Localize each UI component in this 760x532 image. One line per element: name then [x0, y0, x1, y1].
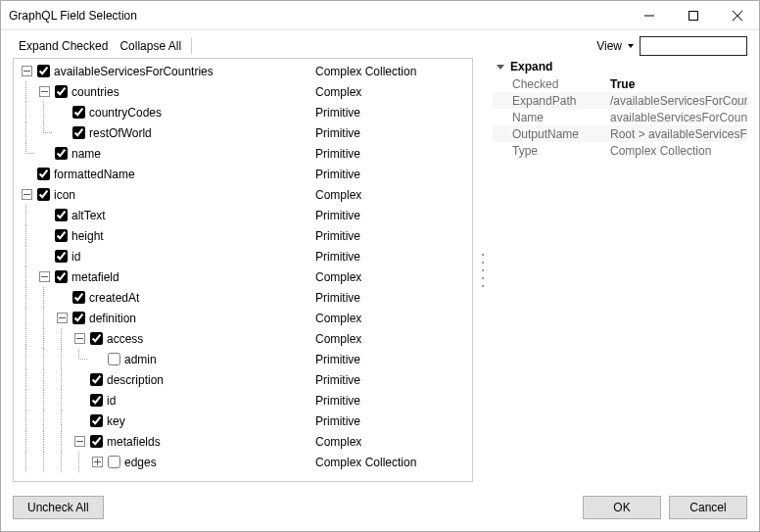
collapse-icon[interactable] [57, 313, 68, 323]
tree-row[interactable]: iconComplex [18, 184, 472, 205]
tree-row[interactable]: edgesComplex Collection [18, 452, 472, 472]
tree-guide [18, 225, 35, 246]
field-checkbox[interactable] [55, 270, 68, 283]
expand-checked-button[interactable]: Expand Checked [13, 37, 114, 55]
field-label: admin [124, 353, 157, 366]
tree-row[interactable]: accessComplex [18, 328, 472, 349]
field-checkbox[interactable] [72, 291, 85, 304]
field-label: restOfWorld [89, 126, 152, 140]
property-row[interactable]: OutputNameRoot > availableServicesForCou… [493, 125, 747, 142]
field-type: Complex [315, 270, 472, 284]
field-label: description [107, 373, 164, 387]
tree-guide [35, 452, 53, 472]
field-label: createdAt [89, 291, 139, 305]
field-checkbox[interactable] [72, 312, 85, 324]
field-checkbox[interactable] [37, 65, 50, 77]
close-button[interactable] [715, 1, 759, 29]
minimize-button[interactable] [627, 1, 671, 29]
tree-row[interactable]: restOfWorldPrimitive [18, 122, 472, 143]
tree-row[interactable]: idPrimitive [18, 390, 472, 411]
tree-guide [18, 369, 35, 390]
tree-scroll[interactable]: availableServicesForCountriesComplex Col… [14, 59, 472, 481]
tree-row[interactable]: availableServicesForCountriesComplex Col… [18, 61, 472, 81]
properties-header[interactable]: Expand [493, 58, 747, 75]
collapse-icon[interactable] [22, 66, 32, 76]
field-checkbox[interactable] [90, 373, 103, 386]
field-checkbox[interactable] [55, 209, 68, 221]
svg-rect-1 [689, 11, 697, 20]
property-value: True [610, 77, 747, 91]
collapse-icon[interactable] [22, 189, 32, 200]
property-key: OutputName [493, 127, 610, 141]
field-checkbox[interactable] [108, 353, 120, 365]
field-label: access [107, 332, 143, 346]
tree-row[interactable]: createdAtPrimitive [18, 287, 472, 308]
field-type: Primitive [315, 414, 472, 428]
field-checkbox[interactable] [55, 147, 68, 160]
splitter[interactable] [481, 58, 485, 482]
field-checkbox[interactable] [90, 414, 103, 427]
field-checkbox[interactable] [72, 106, 85, 119]
field-label: id [71, 250, 80, 264]
field-checkbox[interactable] [37, 168, 50, 180]
field-checkbox[interactable] [90, 332, 103, 345]
field-type: Primitive [315, 250, 472, 264]
tree-guide [35, 390, 53, 411]
field-checkbox[interactable] [37, 188, 50, 201]
dialog-window: GraphQL Field Selection Expand Checked C… [0, 0, 760, 532]
titlebar[interactable]: GraphQL Field Selection [1, 1, 759, 30]
cancel-button[interactable]: Cancel [669, 496, 747, 519]
field-checkbox[interactable] [55, 250, 68, 263]
tree-guide [18, 102, 35, 122]
tree-guide [35, 328, 53, 349]
collapse-icon[interactable] [39, 86, 50, 97]
ok-button[interactable]: OK [583, 496, 661, 519]
tree-row[interactable]: adminPrimitive [18, 349, 472, 369]
field-type: Complex Collection [315, 456, 472, 469]
tree-row[interactable]: metafieldComplex [18, 266, 472, 287]
tree-guide [35, 122, 53, 143]
tree-row[interactable]: definitionComplex [18, 308, 472, 328]
property-key: Name [493, 111, 610, 124]
field-checkbox[interactable] [72, 126, 85, 139]
tree-row[interactable]: metafieldsComplex [18, 431, 472, 452]
field-checkbox[interactable] [55, 85, 68, 98]
tree-row[interactable]: countryCodesPrimitive [18, 102, 472, 122]
field-checkbox[interactable] [55, 229, 68, 242]
field-checkbox[interactable] [90, 394, 103, 407]
tree-row[interactable]: altTextPrimitive [18, 205, 472, 225]
field-type: Complex [315, 312, 472, 325]
collapse-icon[interactable] [74, 436, 85, 447]
tree-guide [35, 102, 53, 122]
property-row[interactable]: ExpandPath/availableServicesForCountries [493, 92, 747, 109]
tree-row[interactable]: countriesComplex [18, 81, 472, 102]
toolbar-separator [191, 38, 192, 54]
view-dropdown-icon[interactable] [628, 44, 634, 48]
field-label: name [71, 147, 101, 161]
tree-guide [71, 349, 88, 369]
tree-row[interactable]: formattedNamePrimitive [18, 164, 472, 184]
filter-input[interactable] [640, 36, 747, 56]
field-checkbox[interactable] [108, 456, 120, 468]
field-checkbox[interactable] [90, 435, 103, 448]
field-type: Complex [315, 188, 472, 202]
property-row[interactable]: TypeComplex Collection [493, 142, 747, 159]
tree-row[interactable]: idPrimitive [18, 246, 472, 266]
tree-guide [18, 246, 35, 266]
collapse-all-button[interactable]: Collapse All [114, 37, 187, 55]
collapse-icon[interactable] [74, 333, 85, 344]
tree-guide [18, 349, 35, 369]
property-row[interactable]: NameavailableServicesForCountries [493, 109, 747, 125]
collapse-icon[interactable] [39, 271, 50, 282]
expand-icon[interactable] [92, 457, 103, 467]
field-label: icon [54, 188, 75, 202]
maximize-button[interactable] [671, 1, 715, 29]
tree-row[interactable]: heightPrimitive [18, 225, 472, 246]
properties-header-label: Expand [510, 60, 552, 73]
tree-row[interactable]: descriptionPrimitive [18, 369, 472, 390]
property-row[interactable]: CheckedTrue [493, 75, 747, 92]
tree-row[interactable]: keyPrimitive [18, 411, 472, 431]
uncheck-all-button[interactable]: Uncheck All [13, 496, 104, 519]
tree-panel: availableServicesForCountriesComplex Col… [13, 58, 473, 482]
tree-row[interactable]: namePrimitive [18, 143, 472, 164]
